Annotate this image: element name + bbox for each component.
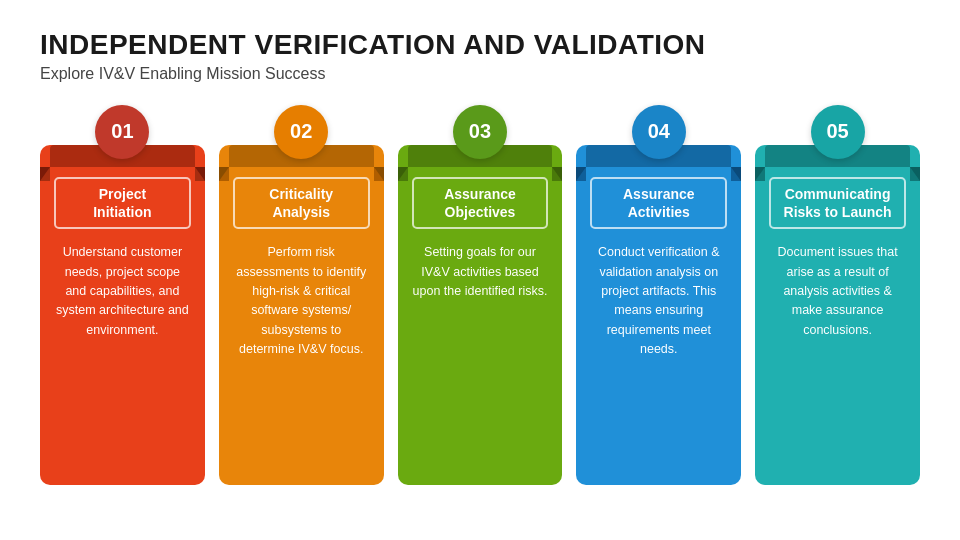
slide: INDEPENDENT VERIFICATION AND VALIDATION … [0,0,960,540]
fold-right-3 [552,167,562,181]
card-title-3: AssuranceObjectives [422,185,539,221]
card-text-3: Setting goals for our IV&V activities ba… [412,243,549,301]
card-text-1: Understand customer needs, project scope… [54,243,191,340]
fold-right-5 [910,167,920,181]
card-01: 01ProjectInitiationUnderstand customer n… [40,105,205,485]
card-04: 04AssuranceActivitiesConduct verificatio… [576,105,741,485]
card-badge-4: 04 [632,105,686,159]
card-badge-1: 01 [95,105,149,159]
card-badge-2: 02 [274,105,328,159]
card-title-2: CriticalityAnalysis [243,185,360,221]
fold-right-2 [374,167,384,181]
card-body-5: CommunicatingRisks to LaunchDocument iss… [755,145,920,485]
card-badge-3: 03 [453,105,507,159]
card-body-4: AssuranceActivitiesConduct verification … [576,145,741,485]
fold-left-4 [576,167,586,181]
card-text-4: Conduct verification & validation analys… [590,243,727,359]
card-badge-5: 05 [811,105,865,159]
fold-left-5 [755,167,765,181]
subtitle: Explore IV&V Enabling Mission Success [40,65,920,83]
main-title: INDEPENDENT VERIFICATION AND VALIDATION [40,30,920,61]
card-title-5: CommunicatingRisks to Launch [779,185,896,221]
card-05: 05CommunicatingRisks to LaunchDocument i… [755,105,920,485]
fold-right-1 [195,167,205,181]
fold-right-4 [731,167,741,181]
card-body-3: AssuranceObjectivesSetting goals for our… [398,145,563,485]
card-03: 03AssuranceObjectivesSetting goals for o… [398,105,563,485]
card-body-2: CriticalityAnalysisPerform risk assessme… [219,145,384,485]
fold-left-2 [219,167,229,181]
header: INDEPENDENT VERIFICATION AND VALIDATION … [40,30,920,83]
card-text-2: Perform risk assessments to identify hig… [233,243,370,359]
fold-left-1 [40,167,50,181]
fold-left-3 [398,167,408,181]
card-02: 02CriticalityAnalysisPerform risk assess… [219,105,384,485]
card-title-1: ProjectInitiation [64,185,181,221]
card-title-4: AssuranceActivities [600,185,717,221]
card-text-5: Document issues that arise as a result o… [769,243,906,340]
cards-container: 01ProjectInitiationUnderstand customer n… [40,105,920,520]
card-body-1: ProjectInitiationUnderstand customer nee… [40,145,205,485]
